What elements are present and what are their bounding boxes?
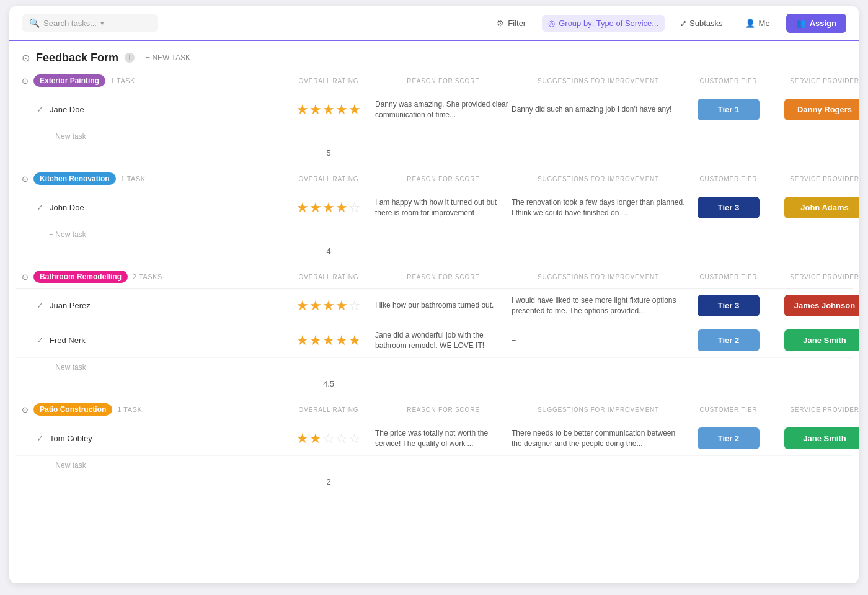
star-filled-icon: ★ [348,333,361,349]
section-header-bathroom-remodelling: ⊙ Bathroom Remodelling 2 TASKS OVERALL R… [16,266,852,289]
tier-badge[interactable]: Tier 3 [698,197,760,218]
col-service-provider: SERVICE PROVIDER [772,78,859,84]
check-icon: ✓ [37,301,43,310]
task-name: Fred Nerk [50,336,86,345]
rating-cell: ★★★★☆ [282,298,375,314]
tier-badge[interactable]: Tier 2 [698,427,760,449]
new-task-button[interactable]: + NEW TASK [141,51,195,65]
task-row: ✓ Tom Cobley ★★☆☆☆ The price was totally… [16,421,852,456]
check-icon: ✓ [37,336,43,345]
search-area[interactable]: 🔍 Search tasks... ▾ [22,14,158,32]
reason-text: I am happy with how it turned out but th… [375,197,512,218]
subtasks-label: Subtasks [689,19,722,28]
section-exterior-painting: ⊙ Exterior Painting 1 TASK OVERALL RATIN… [16,69,852,160]
search-icon: 🔍 [29,18,40,28]
section-toggle-exterior-painting[interactable]: ⊙ [22,76,29,86]
info-icon[interactable]: i [125,53,135,63]
col-overall-rating: OVERALL RATING [282,274,375,280]
search-input[interactable]: Search tasks... [43,19,97,28]
task-row: ✓ Jane Doe ★★★★★ Danny was amazing. She … [16,92,852,127]
section-badge-kitchen-renovation: Kitchen Renovation [33,172,116,185]
assign-button[interactable]: 👥 Assign [786,14,846,33]
table-area: ⊙ Exterior Painting 1 TASK OVERALL RATIN… [9,69,859,583]
star-filled-icon: ★ [322,200,335,216]
col-reason: REASON FOR SCORE [375,176,512,182]
tier-badge[interactable]: Tier 2 [698,329,760,351]
section-title-area: ⊙ Kitchen Renovation 1 TASK [22,172,282,185]
task-count-exterior-painting: 1 TASK [110,77,135,84]
section-toggle-bathroom-remodelling[interactable]: ⊙ [22,272,29,282]
star-filled-icon: ★ [335,102,348,118]
task-count-kitchen-renovation: 1 TASK [121,175,146,182]
col-overall-rating: OVERALL RATING [282,78,375,84]
star-filled-icon: ★ [296,431,309,447]
filter-button[interactable]: ⚙ Filter [490,15,532,32]
me-button[interactable]: 👤 Me [739,15,776,32]
section-header-exterior-painting: ⊙ Exterior Painting 1 TASK OVERALL RATIN… [16,69,852,92]
me-icon: 👤 [745,19,755,28]
provider-cell: Danny Rogers [772,99,859,120]
col-service-provider: SERVICE PROVIDER [772,406,859,413]
section-toggle-kitchen-renovation[interactable]: ⊙ [22,174,29,184]
provider-badge[interactable]: Jane Smith [784,329,859,351]
new-task-row[interactable]: + New task [16,127,852,146]
collapse-icon[interactable]: ⊙ [22,52,30,64]
task-row: ✓ John Doe ★★★★☆ I am happy with how it … [16,190,852,225]
section-toggle-patio-construction[interactable]: ⊙ [22,405,29,414]
star-empty-icon: ☆ [322,431,335,447]
star-empty-icon: ☆ [348,298,361,314]
filter-icon: ⚙ [497,19,504,28]
task-name-area: ✓ Juan Perez [22,301,282,310]
star-filled-icon: ★ [296,102,309,118]
suggestion-text: – [512,335,685,346]
search-caret-icon: ▾ [100,19,104,27]
col-overall-rating: OVERALL RATING [282,406,375,413]
col-reason: REASON FOR SCORE [375,78,512,84]
check-icon: ✓ [37,105,43,114]
rating-cell: ★★☆☆☆ [282,431,375,447]
avg-row: 2 [16,475,852,489]
avg-row: 5 [16,146,852,160]
section-badge-bathroom-remodelling: Bathroom Remodelling [33,271,128,283]
star-filled-icon: ★ [335,333,348,349]
avg-value: 4 [282,246,375,256]
section-title-area: ⊙ Exterior Painting 1 TASK [22,74,282,87]
page-header: ⊙ Feedback Form i + NEW TASK [9,41,859,69]
group-by-button[interactable]: ◎ Group by: Type of Service... [542,15,665,32]
avg-value: 4.5 [282,379,375,388]
reason-text: I like how our bathrooms turned out. [375,300,512,311]
rating-cell: ★★★★★ [282,333,375,349]
provider-badge[interactable]: Jane Smith [784,427,859,449]
subtasks-button[interactable]: ⑇ Subtasks [675,15,728,32]
main-container: 🔍 Search tasks... ▾ ⚙ Filter ◎ Group by:… [9,6,859,583]
page-title: Feedback Form [36,51,118,65]
reason-text: Danny was amazing. She provided clear co… [375,99,512,120]
new-task-row[interactable]: + New task [16,225,852,244]
star-rating: ★★★★☆ [296,298,361,314]
col-customer-tier: CUSTOMER TIER [685,176,772,182]
star-filled-icon: ★ [335,200,348,216]
suggestion-text: There needs to be better communication b… [512,428,685,449]
group-by-icon: ◎ [548,19,555,28]
section-header-patio-construction: ⊙ Patio Construction 1 TASK OVERALL RATI… [16,398,852,421]
col-suggestions: SUGGESTIONS FOR IMPROVEMENT [512,176,685,182]
new-task-row[interactable]: + New task [16,358,852,377]
tier-cell: Tier 2 [685,329,772,351]
provider-badge[interactable]: John Adams [784,197,859,218]
star-filled-icon: ★ [322,102,335,118]
new-task-row[interactable]: + New task [16,456,852,475]
group-by-label: Group by: Type of Service... [559,19,658,28]
tier-badge[interactable]: Tier 3 [698,295,760,316]
star-rating: ★★★★☆ [296,200,361,216]
avg-value: 2 [282,477,375,486]
provider-badge[interactable]: James Johnson [784,295,859,316]
col-reason: REASON FOR SCORE [375,406,512,413]
col-customer-tier: CUSTOMER TIER [685,406,772,413]
suggestion-text: I would have liked to see more light fix… [512,295,685,316]
section-title-area: ⊙ Patio Construction 1 TASK [22,403,282,416]
task-row: ✓ Juan Perez ★★★★☆ I like how our bathro… [16,289,852,323]
provider-badge[interactable]: Danny Rogers [784,99,859,120]
tier-badge[interactable]: Tier 1 [698,99,760,120]
assign-label: Assign [810,19,836,28]
task-name: Jane Doe [50,105,84,114]
